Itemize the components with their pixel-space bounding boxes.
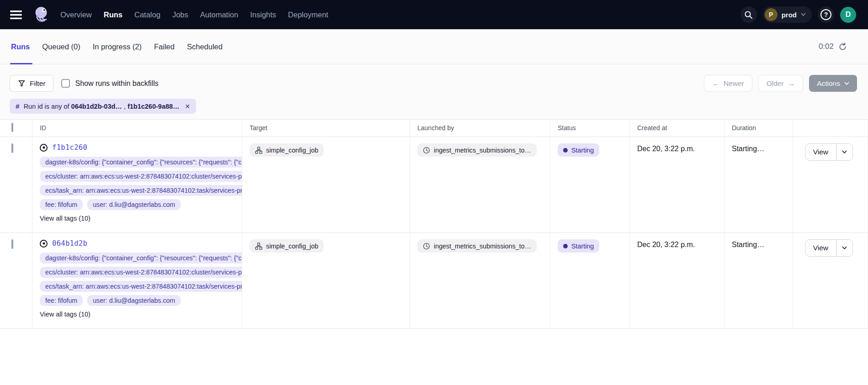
select-all-checkbox[interactable] bbox=[11, 123, 13, 132]
nav-item-catalog[interactable]: Catalog bbox=[134, 11, 160, 19]
env-name: prod bbox=[782, 11, 797, 19]
view-dropdown-button[interactable] bbox=[836, 240, 852, 256]
duration-cell: Starting… bbox=[724, 233, 793, 328]
menu-icon[interactable] bbox=[10, 11, 22, 19]
row-checkbox[interactable] bbox=[11, 143, 13, 153]
duration-cell: Starting… bbox=[724, 137, 793, 232]
job-graph-icon bbox=[255, 147, 262, 154]
filter-toolbar: Filter Show runs within backfills ← Newe… bbox=[0, 64, 868, 95]
table-row: 064b1d2b dagster-k8s/config: {"container… bbox=[0, 233, 868, 329]
job-pill[interactable]: simple_config_job bbox=[250, 143, 324, 157]
launched-by-pill[interactable]: ingest_metrics_submissions_to… bbox=[417, 239, 537, 253]
created-at-cell: Dec 20, 3:22 p.m. bbox=[630, 137, 724, 232]
run-tag[interactable]: dagster-k8s/config: {"container_config":… bbox=[40, 253, 242, 264]
status-cell: Starting bbox=[550, 137, 630, 232]
status-cell: Starting bbox=[550, 233, 630, 328]
launched-by-pill[interactable]: ingest_metrics_submissions_to… bbox=[417, 143, 537, 157]
view-all-tags-link[interactable]: View all tags (10) bbox=[40, 215, 91, 222]
arrow-left-icon: ← bbox=[712, 79, 719, 88]
run-tag[interactable]: fee: fifofum bbox=[40, 199, 83, 210]
deployment-switcher[interactable]: P prod bbox=[763, 6, 812, 23]
clock-icon bbox=[423, 243, 430, 250]
tab-in-progress[interactable]: In progress (2) bbox=[93, 29, 142, 64]
row-checkbox-cell bbox=[0, 233, 32, 328]
env-avatar: P bbox=[765, 8, 777, 21]
chip-text: Run id is any of 064b1d2b-03d… , f1b1c26… bbox=[24, 103, 180, 110]
run-id-filter-chip[interactable]: # Run id is any of 064b1d2b-03d… , f1b1c… bbox=[10, 99, 196, 114]
nav-item-deployment[interactable]: Deployment bbox=[288, 11, 328, 19]
run-tag[interactable]: ecs/task_arn: arn:aws:ecs:us-west-2:8784… bbox=[40, 185, 242, 196]
target-cell: simple_config_job bbox=[242, 233, 410, 328]
help-button[interactable]: ? bbox=[818, 6, 834, 23]
nav-item-insights[interactable]: Insights bbox=[250, 11, 276, 19]
filter-button[interactable]: Filter bbox=[10, 75, 53, 92]
view-button[interactable]: View bbox=[805, 144, 836, 160]
refresh-icon[interactable] bbox=[838, 42, 847, 51]
table-row: f1b1c260 dagster-k8s/config: {"container… bbox=[0, 137, 868, 233]
launched-by-cell: ingest_metrics_submissions_to… bbox=[410, 137, 550, 232]
actions-button[interactable]: Actions bbox=[809, 75, 857, 92]
status-dot-icon bbox=[563, 244, 568, 248]
runs-tabs: Runs Queued (0) In progress (2) Failed S… bbox=[0, 29, 223, 64]
id-cell: f1b1c260 dagster-k8s/config: {"container… bbox=[32, 137, 242, 232]
run-tag[interactable]: ecs/task_arn: arn:aws:ecs:us-west-2:8784… bbox=[40, 281, 242, 292]
backfills-label: Show runs within backfills bbox=[75, 79, 158, 88]
tab-failed[interactable]: Failed bbox=[154, 29, 175, 64]
header-target: Target bbox=[242, 120, 410, 137]
status-dot-icon bbox=[563, 148, 568, 153]
header-checkbox-cell bbox=[0, 120, 32, 137]
chevron-down-icon bbox=[844, 82, 849, 85]
funnel-icon bbox=[18, 79, 26, 87]
header-id: ID bbox=[32, 120, 242, 137]
run-tag[interactable]: user: d.liu@dagsterlabs.com bbox=[87, 295, 181, 306]
empty-area bbox=[0, 329, 868, 380]
header-status: Status bbox=[550, 120, 630, 137]
tab-runs[interactable]: Runs bbox=[11, 29, 30, 64]
search-button[interactable] bbox=[740, 6, 757, 23]
view-button[interactable]: View bbox=[805, 240, 836, 256]
status-badge[interactable]: Starting bbox=[558, 239, 599, 253]
table-header: ID Target Launched by Status Created at … bbox=[0, 120, 868, 137]
tab-queued[interactable]: Queued (0) bbox=[42, 29, 80, 64]
run-tag[interactable]: fee: fifofum bbox=[40, 295, 83, 306]
run-tag[interactable]: user: d.liu@dagsterlabs.com bbox=[87, 199, 181, 210]
nav-item-runs[interactable]: Runs bbox=[104, 11, 122, 19]
nav-item-jobs[interactable]: Jobs bbox=[172, 11, 188, 19]
row-checkbox-cell bbox=[0, 137, 32, 232]
close-icon[interactable]: ✕ bbox=[185, 103, 191, 110]
user-avatar[interactable]: D bbox=[840, 7, 856, 23]
tab-scheduled[interactable]: Scheduled bbox=[187, 29, 223, 64]
status-badge[interactable]: Starting bbox=[558, 143, 599, 157]
backfills-checkbox[interactable] bbox=[61, 79, 70, 88]
nav-left: Overview Runs Catalog Jobs Automation In… bbox=[10, 5, 328, 24]
run-id-link[interactable]: f1b1c260 bbox=[40, 143, 242, 152]
nav-item-overview[interactable]: Overview bbox=[60, 11, 92, 19]
view-split-button: View bbox=[805, 143, 853, 161]
run-tag[interactable]: dagster-k8s/config: {"container_config":… bbox=[40, 157, 242, 168]
pagination-actions: ← Newer Older → Actions bbox=[704, 75, 857, 92]
target-cell: simple_config_job bbox=[242, 137, 410, 232]
nav-right: P prod ? D bbox=[740, 6, 856, 23]
newer-button[interactable]: ← Newer bbox=[704, 75, 752, 92]
nav-item-automation[interactable]: Automation bbox=[200, 11, 238, 19]
run-id-link[interactable]: 064b1d2b bbox=[40, 239, 242, 248]
arrow-right-icon: → bbox=[788, 79, 795, 88]
run-status-target-icon bbox=[40, 144, 48, 152]
view-dropdown-button[interactable] bbox=[836, 144, 852, 160]
actions-cell: View bbox=[793, 137, 868, 232]
dagster-logo-icon[interactable] bbox=[33, 5, 50, 24]
id-cell: 064b1d2b dagster-k8s/config: {"container… bbox=[32, 233, 242, 328]
help-icon: ? bbox=[820, 9, 831, 20]
search-icon bbox=[744, 11, 753, 19]
top-navbar: Overview Runs Catalog Jobs Automation In… bbox=[0, 0, 868, 29]
run-tag[interactable]: ecs/cluster: arn:aws:ecs:us-west-2:87848… bbox=[40, 267, 242, 278]
run-tag[interactable]: ecs/cluster: arn:aws:ecs:us-west-2:87848… bbox=[40, 171, 242, 182]
older-button[interactable]: Older → bbox=[758, 75, 803, 92]
backfills-toggle[interactable]: Show runs within backfills bbox=[61, 79, 158, 88]
row-checkbox[interactable] bbox=[11, 239, 13, 249]
launched-by-cell: ingest_metrics_submissions_to… bbox=[410, 233, 550, 328]
actions-cell: View bbox=[793, 233, 868, 328]
job-pill[interactable]: simple_config_job bbox=[250, 239, 324, 253]
view-all-tags-link[interactable]: View all tags (10) bbox=[40, 311, 91, 318]
clock-icon bbox=[423, 147, 430, 154]
